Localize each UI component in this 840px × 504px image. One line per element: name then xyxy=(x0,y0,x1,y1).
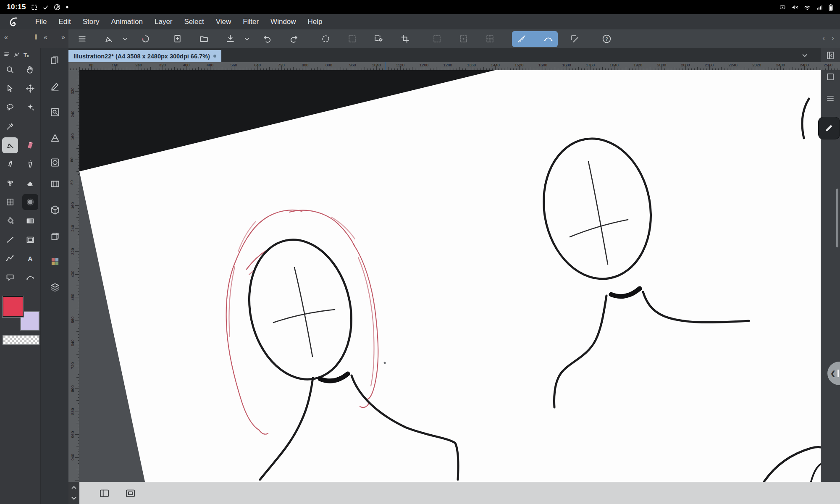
help-button[interactable]: ? xyxy=(597,31,616,47)
menu-story[interactable]: Story xyxy=(77,18,105,26)
toolbar-overflow-left-icon[interactable]: ‹ xyxy=(822,34,825,42)
workspace-icon[interactable] xyxy=(825,72,835,82)
panel-sub-view-icon[interactable] xyxy=(50,157,60,168)
crop-canvas-button[interactable] xyxy=(395,31,415,47)
menu-animation[interactable]: Animation xyxy=(105,18,149,26)
current-tool-button[interactable] xyxy=(99,31,118,47)
h-ruler-tick xyxy=(451,68,451,70)
selection-option-1-button[interactable] xyxy=(427,31,446,47)
drag-handle-icon[interactable]: ‖ xyxy=(34,34,37,41)
h-ruler-tick xyxy=(462,68,463,70)
auto-action-button[interactable] xyxy=(316,31,335,47)
tool-move[interactable] xyxy=(22,81,38,97)
brush-tab-icon[interactable] xyxy=(13,51,20,59)
tool-hand[interactable] xyxy=(22,62,38,78)
tool-zoom[interactable] xyxy=(2,62,18,78)
redo-button[interactable] xyxy=(284,31,303,47)
collapse-left-icon[interactable]: « xyxy=(4,34,8,41)
tool-gradient[interactable] xyxy=(22,213,38,229)
tool-marker[interactable] xyxy=(2,156,18,172)
menu-window[interactable]: Window xyxy=(265,18,302,26)
rotate-canvas-button[interactable] xyxy=(136,31,155,47)
tool-correctline[interactable] xyxy=(22,270,38,286)
panel-color-set-icon[interactable] xyxy=(50,256,60,267)
collapse-left2-icon[interactable]: « xyxy=(44,34,47,41)
tool-decoration[interactable] xyxy=(2,175,18,191)
panel-material-icon[interactable] xyxy=(50,231,60,242)
palette-menu-icon[interactable] xyxy=(3,51,10,59)
snap-to-special-ruler-button[interactable] xyxy=(538,31,558,47)
main-menu-button[interactable] xyxy=(72,31,92,47)
toolbar-overflow-right-icon[interactable]: › xyxy=(832,34,834,42)
menu-edit[interactable]: Edit xyxy=(52,18,76,26)
menu-file[interactable]: File xyxy=(29,18,52,26)
v-ruler-tick xyxy=(78,409,79,409)
menu-help[interactable]: Help xyxy=(302,18,328,26)
h-ruler-tick xyxy=(186,66,186,70)
panel-layer-icon[interactable] xyxy=(50,282,60,293)
h-ruler-tick xyxy=(751,68,751,70)
command-list-icon[interactable] xyxy=(825,93,835,103)
tool-fill[interactable] xyxy=(2,213,18,229)
panel-3d-material-icon[interactable] xyxy=(50,205,60,215)
tool-blend[interactable] xyxy=(22,194,38,210)
pen-mode-button[interactable] xyxy=(818,117,840,139)
tool-frame[interactable] xyxy=(22,232,38,248)
open-file-button[interactable] xyxy=(194,31,213,47)
tool-pen[interactable] xyxy=(2,137,18,153)
tool-operation[interactable] xyxy=(2,81,18,97)
snap-to-ruler-button[interactable] xyxy=(512,31,531,47)
selection-option-3-button[interactable] xyxy=(480,31,499,47)
undo-button[interactable] xyxy=(257,31,277,47)
selection-option-2-button[interactable] xyxy=(454,31,473,47)
panel-timeline-icon[interactable] xyxy=(50,178,60,189)
canvas-viewport[interactable] xyxy=(79,70,821,482)
document-tab[interactable]: Illustration22* (A4 3508 x 2480px 300dpi… xyxy=(68,50,221,62)
v-ruler-label: 240 xyxy=(70,225,75,232)
tool-polyline[interactable] xyxy=(2,251,18,267)
h-ruler-tick xyxy=(662,66,662,70)
new-canvas-button[interactable] xyxy=(168,31,187,47)
save-export-dropdown-button[interactable] xyxy=(242,31,252,47)
canvas-thumbnail-button[interactable] xyxy=(97,486,111,500)
tool-lasso[interactable] xyxy=(2,100,18,116)
v-ruler-tick xyxy=(78,475,79,475)
screenshot-icon xyxy=(31,4,37,10)
tool-autoselect[interactable] xyxy=(22,100,38,116)
tool-eyedropper[interactable] xyxy=(2,118,18,134)
tool-pastel[interactable] xyxy=(22,137,38,153)
primary-color-swatch[interactable] xyxy=(3,296,24,317)
h-ruler-tick xyxy=(709,66,710,70)
save-export-button[interactable] xyxy=(220,31,240,47)
svg-text:?: ? xyxy=(605,37,608,42)
snap-to-grid-button[interactable] xyxy=(565,31,584,47)
expand-right-icon[interactable]: » xyxy=(61,34,65,41)
current-tool-dropdown-button[interactable] xyxy=(121,31,130,47)
menu-select[interactable]: Select xyxy=(178,18,210,26)
clip-studio-logo-icon[interactable] xyxy=(8,16,19,27)
menu-filter[interactable]: Filter xyxy=(237,18,265,26)
tool-line[interactable] xyxy=(2,232,18,248)
panel-navigator-search-icon[interactable] xyxy=(50,107,60,118)
panel-page-manager-icon[interactable] xyxy=(50,55,60,66)
tool-figure[interactable] xyxy=(2,194,18,210)
h-ruler-tick xyxy=(427,68,427,70)
panel-sub-tool-icon[interactable] xyxy=(50,81,60,92)
menu-view[interactable]: View xyxy=(210,18,237,26)
transparent-color-swatch[interactable] xyxy=(3,335,39,345)
tool-text[interactable]: A xyxy=(22,251,38,267)
tool-eraser[interactable] xyxy=(22,175,38,191)
clear-selection-button[interactable] xyxy=(369,31,388,47)
collapse-panel-icon[interactable] xyxy=(825,50,835,60)
panel-perspective-ruler-icon[interactable] xyxy=(50,133,60,144)
menu-layer[interactable]: Layer xyxy=(149,18,178,26)
tool-balloon[interactable] xyxy=(2,270,18,286)
panel-pull-tab[interactable]: ❮ xyxy=(827,362,840,385)
tool-airbrush[interactable] xyxy=(22,156,38,172)
text-tab-icon[interactable]: Tc xyxy=(24,52,29,58)
deselect-button[interactable] xyxy=(342,31,362,47)
tab-list-chevron-icon[interactable] xyxy=(801,52,808,59)
right-scrollbar[interactable] xyxy=(836,189,838,247)
h-ruler-tick xyxy=(133,68,133,70)
fit-to-screen-button[interactable] xyxy=(123,486,137,500)
